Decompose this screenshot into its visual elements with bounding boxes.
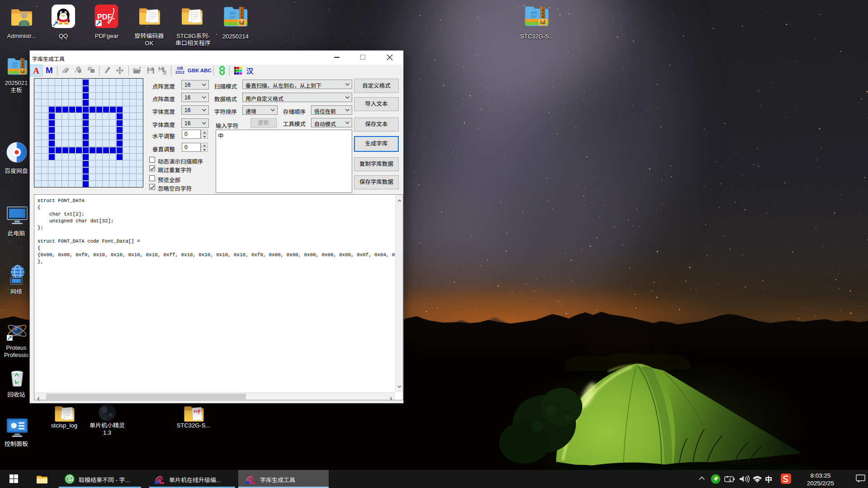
svg-text:ZIP: ZIP	[230, 15, 236, 19]
svg-text:PDF: PDF	[193, 409, 201, 414]
svg-text:ZIP: ZIP	[12, 65, 17, 68]
svg-text:PDF: PDF	[97, 12, 112, 20]
svg-text:360: 360	[12, 62, 18, 65]
svg-text:ZIP: ZIP	[531, 14, 537, 19]
